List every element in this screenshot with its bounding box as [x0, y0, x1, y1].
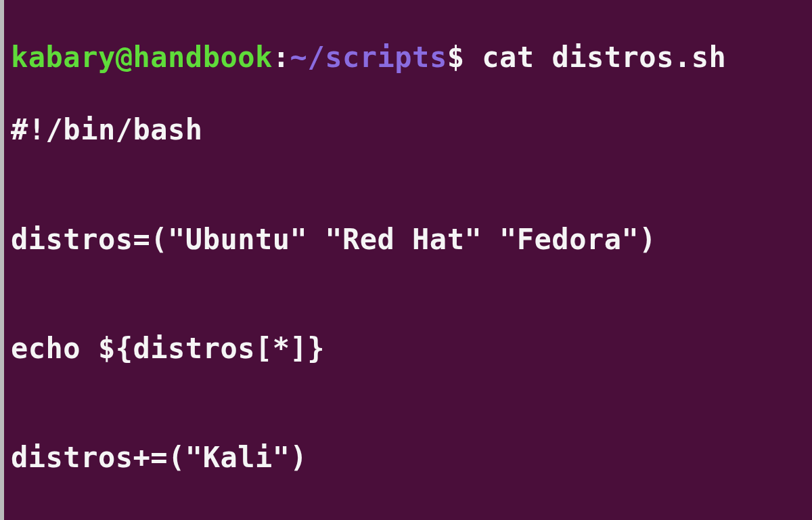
prompt-userhost: kabary@handbook: [11, 41, 273, 74]
script-assign: distros=("Ubuntu" "Red Hat" "Fedora"): [11, 221, 805, 258]
prompt-symbol: $: [447, 41, 465, 74]
script-shebang: #!/bin/bash: [11, 112, 805, 148]
terminal-window[interactable]: kabary@handbook:~/scripts$ cat distros.s…: [0, 0, 812, 520]
prompt-line-1: kabary@handbook:~/scripts$ cat distros.s…: [11, 39, 805, 76]
script-append: distros+=("Kali"): [11, 439, 805, 476]
command-text: cat distros.sh: [482, 41, 726, 74]
prompt-sep: :: [273, 41, 290, 74]
prompt-path: ~/scripts: [290, 41, 447, 74]
script-echo-1: echo ${distros[*]}: [11, 330, 805, 367]
